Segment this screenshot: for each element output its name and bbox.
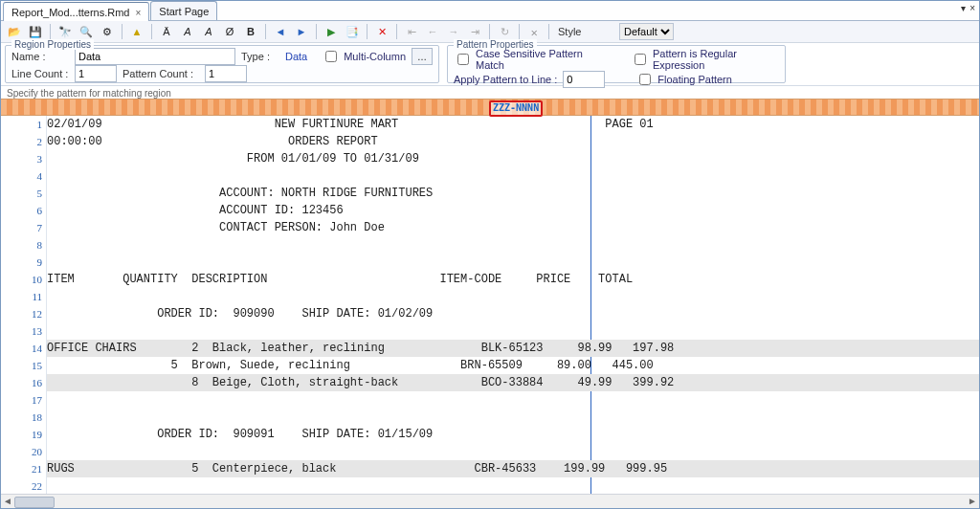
line-number: 2 xyxy=(1,133,42,150)
pattern-count-input[interactable] xyxy=(205,65,247,82)
pattern-properties-group: Pattern Properties Case Sensitive Patter… xyxy=(447,45,786,83)
code-line xyxy=(47,167,979,185)
style-select[interactable]: Default xyxy=(619,23,674,40)
nav-prev-icon[interactable]: ◄ xyxy=(271,22,290,41)
code-line xyxy=(47,236,979,254)
name-input[interactable] xyxy=(75,48,235,65)
apply-pattern-input[interactable] xyxy=(563,71,605,88)
reload-icon[interactable]: ↻ xyxy=(495,22,514,41)
multicolumn-checkbox[interactable]: Multi-Column xyxy=(322,48,406,65)
code-line xyxy=(47,409,979,426)
group-legend: Pattern Properties xyxy=(454,39,537,50)
code-line: 5 Brown, Suede, reclining BRN-65509 89.0… xyxy=(47,357,979,374)
code-line: 8 Beige, Cloth, straight-back BCO-33884 … xyxy=(47,374,979,391)
close-icon[interactable]: × xyxy=(136,8,142,18)
code-area[interactable]: 02/01/09 NEW FURTINURE MART PAGE 0100:00… xyxy=(47,116,979,494)
regex-input[interactable] xyxy=(635,54,646,65)
separator xyxy=(519,24,520,39)
line-number: 12 xyxy=(1,305,42,322)
format-a1-icon[interactable]: Ä xyxy=(157,22,176,41)
line-number: 1 xyxy=(1,116,42,133)
go-back-icon[interactable]: ← xyxy=(423,22,442,41)
gear-icon[interactable]: ⚙ xyxy=(98,22,117,41)
line-number: 18 xyxy=(1,409,42,426)
binoculars-icon[interactable]: 🔭 xyxy=(56,22,75,41)
tab-report-model[interactable]: Report_Mod...tterns.Rmd × xyxy=(3,2,149,21)
code-line: CONTACT PERSON: John Doe xyxy=(47,219,979,236)
save-icon[interactable]: 💾 xyxy=(26,22,45,41)
case-sensitive-input[interactable] xyxy=(457,54,469,65)
separator xyxy=(367,24,368,39)
format-o-icon[interactable]: Ø xyxy=(220,22,239,41)
format-b-icon[interactable]: B xyxy=(241,22,260,41)
line-count-input[interactable] xyxy=(75,65,117,82)
separator xyxy=(316,24,317,39)
style-picker: Style Default xyxy=(558,23,674,40)
format-a2-icon[interactable]: A xyxy=(178,22,197,41)
validate-icon[interactable]: ▲ xyxy=(127,22,146,41)
code-line: 02/01/09 NEW FURTINURE MART PAGE 01 xyxy=(47,116,979,133)
multicolumn-more-button[interactable]: … xyxy=(412,48,433,65)
tab-label: Report_Mod...tterns.Rmd xyxy=(11,7,130,18)
code-line: ITEM QUANTITY DESCRIPTION ITEM-CODE PRIC… xyxy=(47,271,979,288)
horizontal-scrollbar[interactable]: ◄ ► xyxy=(1,494,979,508)
separator xyxy=(548,24,549,39)
floating-checkbox[interactable]: Floating Pattern xyxy=(635,71,732,88)
code-line: ACCOUNT ID: 123456 xyxy=(47,202,979,219)
type-value[interactable]: Data xyxy=(285,51,307,62)
go-last-icon[interactable]: ⇥ xyxy=(465,22,484,41)
regex-checkbox[interactable]: Pattern is Regular Expression xyxy=(631,48,779,71)
stamp-icon[interactable]: 📑 xyxy=(343,22,362,41)
line-number: 14 xyxy=(1,340,42,357)
code-line: ORDER ID: 909091 SHIP DATE: 01/15/09 xyxy=(47,426,979,443)
separator xyxy=(265,24,266,39)
code-content: 02/01/09 NEW FURTINURE MART PAGE 0100:00… xyxy=(47,116,979,494)
code-line xyxy=(47,477,979,494)
document-tabstrip: Report_Mod...tterns.Rmd × Start Page ▾ × xyxy=(1,1,979,21)
region-properties-group: Region Properties Name : Type : Data Mul… xyxy=(5,45,439,83)
pattern-marker[interactable]: ZZZ-NNNN xyxy=(489,100,543,117)
run-green-icon[interactable]: ▶ xyxy=(322,22,341,41)
tabstrip-menu-icon[interactable]: ▾ xyxy=(961,3,966,13)
open-icon[interactable]: 📂 xyxy=(5,22,24,41)
type-label: Type : xyxy=(241,51,279,62)
line-number: 4 xyxy=(1,167,42,185)
delete-icon[interactable]: ✕ xyxy=(372,22,391,41)
line-count-label: Line Count : xyxy=(11,68,69,79)
format-a3-icon[interactable]: A xyxy=(199,22,218,41)
scroll-left-icon[interactable]: ◄ xyxy=(2,496,13,507)
separator xyxy=(50,24,51,39)
line-number: 5 xyxy=(1,185,42,202)
code-line: OFFICE CHAIRS 2 Black, leather, reclinin… xyxy=(47,340,979,357)
group-legend: Region Properties xyxy=(11,39,94,50)
code-line: 00:00:00 ORDERS REPORT xyxy=(47,133,979,150)
separator xyxy=(396,24,397,39)
style-label: Style xyxy=(558,26,615,37)
tab-start-page[interactable]: Start Page xyxy=(150,1,217,20)
collapse-icon[interactable]: ⨉ xyxy=(524,22,544,41)
tabstrip-controls: ▾ × xyxy=(961,3,975,13)
line-number: 13 xyxy=(1,322,42,340)
code-line xyxy=(47,322,979,340)
code-line: FROM 01/01/09 TO 01/31/09 xyxy=(47,150,979,167)
floating-label: Floating Pattern xyxy=(657,74,732,85)
multicolumn-label: Multi-Column xyxy=(344,51,406,62)
tabstrip-close-icon[interactable]: × xyxy=(969,3,975,13)
floating-input[interactable] xyxy=(639,74,651,85)
multicolumn-input[interactable] xyxy=(325,51,337,62)
code-line xyxy=(47,254,979,271)
case-sensitive-checkbox[interactable]: Case Sensitive Pattern Match xyxy=(454,48,602,71)
line-number-gutter: 1234567891011121314151617181920212223242… xyxy=(1,116,47,494)
nav-next-icon[interactable]: ► xyxy=(292,22,311,41)
line-number: 6 xyxy=(1,202,42,219)
find-icon[interactable]: 🔍 xyxy=(77,22,96,41)
go-fwd-icon[interactable]: → xyxy=(444,22,463,41)
column-ruler[interactable]: ZZZ-NNNN xyxy=(1,99,979,116)
line-number: 11 xyxy=(1,288,42,305)
separator xyxy=(151,24,152,39)
scroll-right-icon[interactable]: ► xyxy=(967,496,978,507)
scrollbar-thumb[interactable] xyxy=(14,497,55,508)
go-first-icon[interactable]: ⇤ xyxy=(402,22,421,41)
line-number: 7 xyxy=(1,219,42,236)
code-line: ACCOUNT: NORTH RIDGE FURNITURES xyxy=(47,185,979,202)
